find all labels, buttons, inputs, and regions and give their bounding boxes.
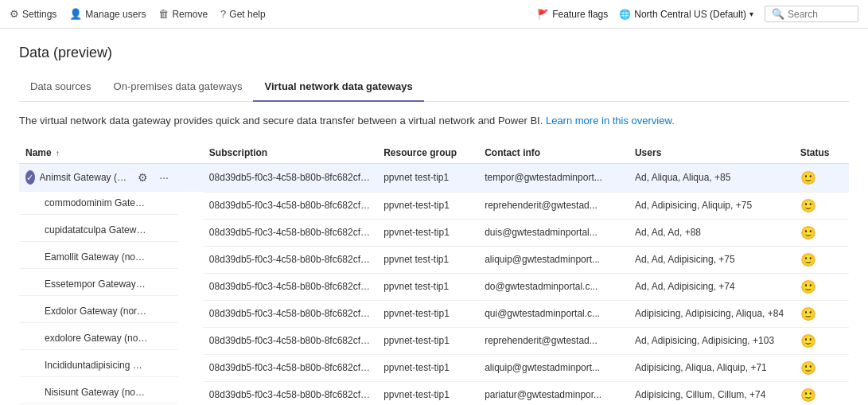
settings-button[interactable]: ⚙ Settings xyxy=(10,8,56,20)
sort-asc-icon: ↑ xyxy=(56,149,60,158)
col-header-subscription: Subscription xyxy=(203,142,377,164)
cell-contact-info: aliquip@gwtestadminport... xyxy=(478,246,629,273)
cell-subscription: 08d39db5-f0c3-4c58-b80b-8fc682cf67c1 xyxy=(203,354,377,381)
gateway-name: Exdolor Gateway (northcentralus) xyxy=(45,306,148,317)
table-row[interactable]: exdolore Gateway (northcentralus)08d39db… xyxy=(19,327,849,354)
cell-contact-info: reprehenderit@gwtestad... xyxy=(478,327,629,354)
table-row[interactable]: cupidatatculpa Gateway (northcentralus)0… xyxy=(19,219,849,246)
page-content: Data (preview) Data sources On-premises … xyxy=(0,29,868,405)
cell-subscription: 08d39db5-f0c3-4c58-b80b-8fc682cf67c1 xyxy=(203,381,377,405)
cell-subscription: 08d39db5-f0c3-4c58-b80b-8fc682cf67c1 xyxy=(203,273,377,300)
status-icon: 🙂 xyxy=(800,307,816,321)
gateway-name: exdolore Gateway (northcentralus) xyxy=(45,333,148,344)
col-header-name: Name ↑ xyxy=(19,142,203,164)
status-icon: 🙂 xyxy=(800,199,816,212)
learn-more-link[interactable]: Learn more in this overview. xyxy=(546,115,675,127)
gateway-name: cupidatatculpa Gateway (northcentralus) xyxy=(45,224,148,236)
cell-users: Ad, Ad, Adipisicing, +75 xyxy=(629,246,794,273)
cell-users: Adipisicing, Cillum, Cillum, +74 xyxy=(629,381,794,405)
get-help-button[interactable]: ? Get help xyxy=(220,8,266,20)
chevron-down-icon: ▾ xyxy=(749,10,753,18)
table-header-row: Name ↑ Subscription Resource group Conta… xyxy=(19,142,849,164)
gateway-name: Animsit Gateway (northcentralus) xyxy=(40,172,130,183)
remove-button[interactable]: 🗑 Remove xyxy=(158,8,208,20)
cell-users: Ad, Ad, Adipisicing, +74 xyxy=(629,273,794,300)
cell-status: 🙂 xyxy=(794,192,849,219)
table-row[interactable]: Incididuntadipisicing Gateway (northc...… xyxy=(19,354,849,381)
search-icon: 🔍 xyxy=(772,8,784,20)
manage-users-button[interactable]: 👤 Manage users xyxy=(69,8,146,20)
remove-icon: 🗑 xyxy=(158,8,169,20)
cell-subscription: 08d39db5-f0c3-4c58-b80b-8fc682cf67c1 xyxy=(203,192,377,219)
table-row[interactable]: Eamollit Gateway (northcentralus)08d39db… xyxy=(19,246,849,273)
col-header-status: Status xyxy=(794,142,849,164)
cell-status: 🙂 xyxy=(794,354,849,381)
tabs: Data sources On-premises data gateways V… xyxy=(19,74,849,102)
row-more-button[interactable]: ··· xyxy=(156,169,172,185)
feature-flags-button[interactable]: 🚩 Feature flags xyxy=(537,9,608,20)
row-settings-button[interactable]: ⚙ xyxy=(134,169,151,185)
cell-subscription: 08d39db5-f0c3-4c58-b80b-8fc682cf67c1 xyxy=(203,219,377,246)
settings-icon: ⚙ xyxy=(10,8,19,20)
cell-contact-info: pariatur@gwtestadminpor... xyxy=(478,381,629,405)
cell-subscription: 08d39db5-f0c3-4c58-b80b-8fc682cf67c1 xyxy=(203,327,377,354)
cell-resource-group: ppvnet test-tip1 xyxy=(377,164,478,193)
manage-users-icon: 👤 xyxy=(69,8,82,20)
region-selector[interactable]: 🌐 North Central US (Default) ▾ xyxy=(619,9,753,20)
flag-icon: 🚩 xyxy=(537,9,549,20)
status-icon: 🙂 xyxy=(800,280,816,294)
region-icon: 🌐 xyxy=(619,9,631,20)
status-icon: 🙂 xyxy=(800,171,816,185)
cell-contact-info: aliquip@gwtestadminport... xyxy=(478,354,629,381)
tab-data-sources[interactable]: Data sources xyxy=(19,74,103,102)
cell-resource-group: ppvnet test-tip1 xyxy=(377,246,478,273)
cell-resource-group: ppvnet-test-tip1 xyxy=(377,192,478,219)
cell-contact-info: reprehenderit@gwtestad... xyxy=(478,192,629,219)
table-row[interactable]: Nisisunt Gateway (northcentralus)08d39db… xyxy=(19,381,849,405)
cell-resource-group: ppvnet-test-tip1 xyxy=(377,327,478,354)
gateway-name: Incididuntadipisicing Gateway (northc... xyxy=(45,360,148,371)
status-icon: 🙂 xyxy=(800,388,816,402)
topbar-right: 🚩 Feature flags 🌐 North Central US (Defa… xyxy=(537,6,858,22)
col-header-users: Users xyxy=(629,142,794,164)
col-header-resource-group: Resource group xyxy=(377,142,478,164)
cell-subscription: 08d39db5-f0c3-4c58-b80b-8fc682cf67c1 xyxy=(203,300,377,327)
search-box[interactable]: 🔍 xyxy=(765,6,858,22)
cell-status: 🙂 xyxy=(794,327,849,354)
cell-resource-group: ppvnet-test-tip1 xyxy=(377,219,478,246)
cell-status: 🙂 xyxy=(794,300,849,327)
tab-vnet[interactable]: Virtual network data gateways xyxy=(253,74,423,102)
cell-users: Ad, Adipisicing, Aliquip, +75 xyxy=(629,192,794,219)
cell-users: Adipisicing, Adipisicing, Aliqua, +84 xyxy=(629,300,794,327)
tab-on-premises[interactable]: On-premises data gateways xyxy=(103,74,254,102)
cell-resource-group: ppvnet test-tip1 xyxy=(377,273,478,300)
gateway-name: commodominim Gateway (northcentra... xyxy=(45,197,148,208)
status-icon: 🙂 xyxy=(800,361,816,375)
cell-users: Ad, Ad, Ad, +88 xyxy=(629,219,794,246)
col-header-contact-info: Contact info xyxy=(478,142,629,164)
cell-contact-info: qui@gwtestadminportal.c... xyxy=(478,300,629,327)
gateway-name: Essetempor Gateway (northcentralus) xyxy=(45,278,148,290)
table-row[interactable]: Exdolor Gateway (northcentralus)08d39db5… xyxy=(19,300,849,327)
cell-status: 🙂 xyxy=(794,246,849,273)
status-icon: 🙂 xyxy=(800,226,816,239)
table-row[interactable]: Essetempor Gateway (northcentralus)08d39… xyxy=(19,273,849,300)
cell-status: 🙂 xyxy=(794,381,849,405)
cell-users: Adipisicing, Aliqua, Aliquip, +71 xyxy=(629,354,794,381)
table-row[interactable]: ✓Animsit Gateway (northcentralus)⚙···08d… xyxy=(19,164,849,193)
status-icon: 🙂 xyxy=(800,334,816,348)
cell-contact-info: tempor@gwtestadminport... xyxy=(478,164,629,193)
gateway-table: Name ↑ Subscription Resource group Conta… xyxy=(19,142,849,405)
cell-resource-group: ppvnet-test-tip1 xyxy=(377,300,478,327)
topbar: ⚙ Settings 👤 Manage users 🗑 Remove ? Get… xyxy=(0,0,868,29)
search-input[interactable] xyxy=(788,9,851,20)
cell-contact-info: duis@gwtestadminportal... xyxy=(478,219,629,246)
help-icon: ? xyxy=(220,8,226,20)
cell-resource-group: ppvnet-test-tip1 xyxy=(377,381,478,405)
topbar-left: ⚙ Settings 👤 Manage users 🗑 Remove ? Get… xyxy=(10,8,524,20)
cell-users: Ad, Aliqua, Aliqua, +85 xyxy=(629,164,794,193)
cell-users: Ad, Adipisicing, Adipisicing, +103 xyxy=(629,327,794,354)
cell-contact-info: do@gwtestadminportal.c... xyxy=(478,273,629,300)
table-row[interactable]: commodominim Gateway (northcentra...08d3… xyxy=(19,192,849,219)
status-icon: 🙂 xyxy=(800,253,816,267)
